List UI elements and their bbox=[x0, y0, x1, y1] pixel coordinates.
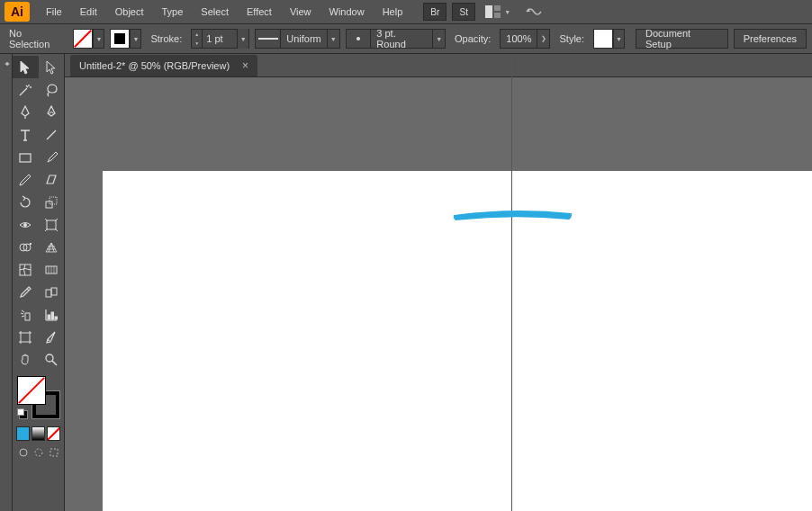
color-mode-row bbox=[13, 425, 64, 443]
fill-stroke-indicator[interactable] bbox=[17, 376, 60, 419]
app-logo: Ai bbox=[5, 2, 30, 22]
pencil-tool[interactable] bbox=[13, 168, 39, 191]
rectangle-tool[interactable] bbox=[13, 146, 39, 168]
menu-window[interactable]: Window bbox=[320, 3, 374, 21]
graphic-style-dropdown[interactable]: ▼ bbox=[613, 29, 625, 49]
selection-status: No Selection bbox=[5, 28, 68, 49]
eyedropper-tool[interactable] bbox=[13, 281, 39, 303]
toolbox bbox=[13, 54, 65, 511]
selection-tool[interactable] bbox=[13, 56, 39, 78]
preferences-button[interactable]: Preferences bbox=[734, 29, 807, 49]
paintbrush-tool[interactable] bbox=[39, 146, 65, 168]
svg-rect-18 bbox=[21, 333, 30, 342]
stroke-dropdown[interactable]: ▼ bbox=[130, 29, 141, 49]
mesh-tool[interactable] bbox=[13, 258, 39, 281]
gradient-tool[interactable] bbox=[39, 258, 65, 281]
graphic-style-swatch[interactable] bbox=[593, 29, 613, 49]
svg-rect-17 bbox=[55, 317, 58, 319]
symbol-sprayer-tool[interactable] bbox=[13, 303, 39, 326]
document-setup-button[interactable]: Document Setup bbox=[636, 29, 728, 49]
draw-inside[interactable] bbox=[47, 445, 60, 460]
svg-point-21 bbox=[35, 449, 42, 456]
column-graph-tool[interactable] bbox=[39, 303, 65, 326]
bridge-button[interactable]: Br bbox=[423, 3, 447, 21]
brush-stroke-object[interactable] bbox=[452, 205, 573, 221]
menu-file[interactable]: File bbox=[37, 3, 71, 21]
vertical-guide[interactable] bbox=[511, 54, 512, 511]
scale-tool[interactable] bbox=[39, 191, 65, 213]
blend-tool[interactable] bbox=[39, 281, 65, 303]
menu-object[interactable]: Object bbox=[106, 3, 153, 21]
document-area: Untitled-2* @ 50% (RGB/Preview) × bbox=[65, 54, 812, 511]
svg-point-6 bbox=[24, 223, 27, 226]
magic-wand-tool[interactable] bbox=[13, 78, 39, 101]
svg-rect-2 bbox=[494, 13, 501, 18]
color-mode-none[interactable] bbox=[47, 426, 60, 441]
tab-bar: Untitled-2* @ 50% (RGB/Preview) × bbox=[65, 54, 812, 77]
menu-help[interactable]: Help bbox=[374, 3, 412, 21]
stroke-weight-input[interactable]: ▲▼ 1 pt ▼ bbox=[191, 29, 249, 49]
svg-rect-0 bbox=[485, 5, 492, 18]
color-mode-gradient[interactable] bbox=[32, 426, 45, 441]
arrange-documents-button[interactable]: ▼ bbox=[482, 3, 514, 21]
svg-rect-5 bbox=[50, 197, 57, 204]
zoom-tool[interactable] bbox=[39, 348, 65, 371]
control-bar: No Selection ▼ ▼ Stroke: ▲▼ 1 pt ▼ Unifo… bbox=[0, 24, 812, 54]
svg-rect-10 bbox=[20, 264, 31, 275]
stroke-swatch[interactable] bbox=[110, 29, 130, 49]
type-tool[interactable] bbox=[13, 123, 39, 146]
hand-tool[interactable] bbox=[13, 348, 39, 371]
menu-type[interactable]: Type bbox=[153, 3, 193, 21]
menu-view[interactable]: View bbox=[281, 3, 320, 21]
eraser-tool[interactable] bbox=[39, 168, 65, 191]
svg-rect-7 bbox=[47, 220, 56, 229]
stock-button[interactable]: St bbox=[452, 3, 475, 21]
left-dock[interactable]: ◂▸ bbox=[0, 54, 13, 511]
menu-select[interactable]: Select bbox=[192, 3, 238, 21]
lasso-tool[interactable] bbox=[39, 78, 65, 101]
svg-point-19 bbox=[46, 354, 53, 362]
rotate-tool[interactable] bbox=[13, 191, 39, 213]
tab-title: Untitled-2* @ 50% (RGB/Preview) bbox=[79, 60, 230, 71]
free-transform-tool[interactable] bbox=[39, 213, 65, 236]
pen-tool[interactable] bbox=[13, 101, 39, 123]
opacity-label[interactable]: Opacity: bbox=[451, 33, 494, 44]
svg-rect-3 bbox=[20, 154, 31, 162]
menu-effect[interactable]: Effect bbox=[238, 3, 281, 21]
draw-behind[interactable] bbox=[32, 445, 45, 460]
svg-point-20 bbox=[20, 449, 27, 456]
brush-definition[interactable]: 3 pt. Round ▼ bbox=[346, 29, 446, 49]
svg-rect-1 bbox=[494, 5, 501, 11]
line-segment-tool[interactable] bbox=[39, 123, 65, 146]
color-mode-color[interactable] bbox=[16, 426, 30, 441]
svg-rect-12 bbox=[46, 290, 51, 297]
curvature-tool[interactable] bbox=[39, 101, 65, 123]
style-label[interactable]: Style: bbox=[555, 33, 588, 44]
gpu-preview-button[interactable] bbox=[521, 3, 546, 21]
svg-rect-16 bbox=[51, 312, 54, 319]
svg-rect-22 bbox=[50, 449, 58, 456]
close-tab-icon[interactable]: × bbox=[242, 59, 248, 72]
menu-edit[interactable]: Edit bbox=[71, 3, 106, 21]
fill-dropdown[interactable]: ▼ bbox=[93, 29, 104, 49]
opacity-input[interactable]: 100% ❯ bbox=[500, 29, 550, 49]
document-tab[interactable]: Untitled-2* @ 50% (RGB/Preview) × bbox=[70, 55, 257, 76]
fill-swatch[interactable] bbox=[73, 29, 93, 49]
slice-tool[interactable] bbox=[39, 326, 65, 348]
svg-rect-14 bbox=[25, 313, 30, 320]
artboard[interactable] bbox=[103, 171, 812, 511]
drawing-modes bbox=[13, 443, 64, 462]
svg-rect-15 bbox=[48, 315, 50, 319]
draw-normal[interactable] bbox=[16, 445, 30, 460]
menu-bar: Ai File Edit Object Type Select Effect V… bbox=[0, 0, 812, 24]
direct-selection-tool[interactable] bbox=[39, 56, 65, 78]
variable-width-profile[interactable]: Uniform ▼ bbox=[255, 29, 340, 49]
width-tool[interactable] bbox=[13, 213, 39, 236]
artboard-tool[interactable] bbox=[13, 326, 39, 348]
perspective-grid-tool[interactable] bbox=[39, 236, 65, 258]
shape-builder-tool[interactable] bbox=[13, 236, 39, 258]
svg-rect-13 bbox=[51, 288, 57, 295]
stroke-label[interactable]: Stroke: bbox=[147, 33, 185, 44]
